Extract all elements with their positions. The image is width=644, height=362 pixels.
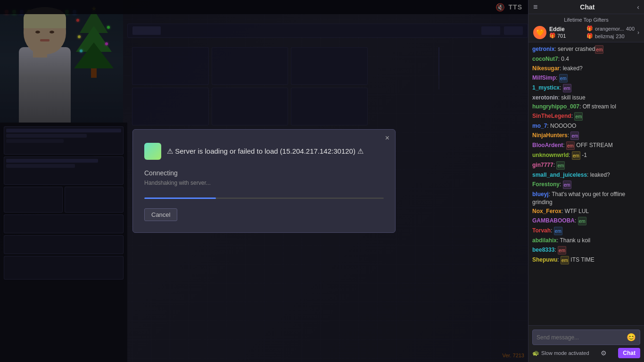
- chat-text: : server crashed: [554, 46, 595, 52]
- dialog-close-button[interactable]: ×: [385, 134, 389, 142]
- chat-message: cocoNut7: 0.4: [532, 55, 640, 63]
- chat-username[interactable]: xerotonin: [532, 94, 558, 101]
- chat-username[interactable]: GAMBABOOBA: [532, 217, 575, 224]
- connecting-label: Connecting: [144, 169, 384, 177]
- chat-emote: em: [595, 45, 603, 54]
- top-gifter-info: Eddie 🎁 701: [549, 26, 584, 39]
- connection-dialog: × ⚠ Server is loading or failed to load …: [132, 129, 396, 233]
- chat-username[interactable]: Nox_Ferox: [532, 208, 561, 214]
- chat-menu-icon[interactable]: ≡: [533, 3, 537, 11]
- gifters-chevron[interactable]: ›: [637, 29, 639, 36]
- chat-username[interactable]: cocoNut7: [532, 56, 558, 62]
- chat-username[interactable]: blueyj: [532, 191, 549, 197]
- chat-username[interactable]: bee8333: [532, 247, 554, 253]
- chat-username[interactable]: getronix: [532, 46, 554, 52]
- chat-text: :: [553, 162, 557, 168]
- chat-username[interactable]: 1_mysticx: [532, 84, 560, 91]
- chat-message: abdilahix: Thank u koil: [532, 237, 640, 245]
- top-gifter-count: 🎁 701: [549, 33, 584, 39]
- chat-text: :: [575, 217, 578, 224]
- chat-input-box: 😊: [532, 329, 640, 345]
- chat-text: : skill issue: [558, 94, 586, 101]
- chat-username[interactable]: Forestony: [532, 181, 560, 188]
- chat-message: gin7777: em: [532, 161, 640, 170]
- emote-picker-icon[interactable]: 😊: [627, 333, 636, 342]
- chat-message-input[interactable]: [537, 334, 624, 341]
- chat-username[interactable]: small_and_juiceless: [532, 172, 587, 178]
- dialog-header: ⚠ Server is loading or failed to load (1…: [144, 143, 384, 160]
- chat-username[interactable]: abdilahix: [532, 237, 557, 244]
- chat-username[interactable]: unknownwrld: [532, 152, 569, 158]
- chat-extra-text: -1: [582, 152, 587, 158]
- chat-username[interactable]: hungryhippo_007: [532, 103, 579, 110]
- chat-panel: ≡ Chat ‹ Lifetime Top Gifters 🧡 Eddie 🎁 …: [528, 0, 644, 362]
- chat-message: hungryhippo_007: Off stream lol: [532, 103, 640, 111]
- other-gifter-2: 🎁 belizmaj 230: [586, 33, 635, 39]
- other-gifter-name-1: orangemor...: [595, 26, 624, 32]
- dialog-title: ⚠ Server is loading or failed to load (1…: [167, 147, 363, 156]
- chat-settings-icon[interactable]: ⚙: [601, 349, 607, 357]
- chat-username[interactable]: mo_7: [532, 123, 547, 129]
- chat-message: small_and_juiceless: leaked?: [532, 171, 640, 179]
- chat-message: unknownwrld: em -1: [532, 151, 640, 160]
- chat-username[interactable]: NinjaHunters: [532, 132, 568, 139]
- chat-text: : 0.4: [558, 56, 569, 62]
- other-gifters-list: 🎁 orangemor... 400 🎁 belizmaj 230: [586, 25, 635, 39]
- chat-username[interactable]: Torvah: [532, 227, 551, 234]
- chat-title: Chat: [541, 3, 633, 11]
- chat-collapse-icon[interactable]: ‹: [637, 3, 639, 11]
- chat-message: Forestony: em: [532, 181, 640, 189]
- other-gifter-name-2: belizmaj: [595, 33, 614, 39]
- chat-message: GAMBABOOBA: em: [532, 217, 640, 225]
- chat-text: :: [551, 227, 554, 234]
- gift-icon-3: 🎁: [586, 33, 593, 39]
- chat-username[interactable]: BlooArdent: [532, 142, 563, 148]
- chat-message: blueyj: That's what you get for offline …: [532, 190, 640, 206]
- dialog-status-section: Connecting Handshaking with server...: [144, 169, 384, 186]
- other-gifter-1: 🎁 orangemor... 400: [586, 25, 635, 32]
- chat-emote: em: [578, 217, 586, 225]
- chat-text: :: [560, 181, 563, 188]
- chat-username[interactable]: MilfSimp: [532, 74, 556, 81]
- chat-input-area: 😊 🐢 Slow mode activated ⚙ Chat: [528, 325, 644, 362]
- chat-message: MilfSimp: em: [532, 74, 640, 82]
- chat-emote: em: [558, 246, 566, 255]
- chat-message: SinTheLegend: em: [532, 112, 640, 121]
- chat-username[interactable]: gin7777: [532, 162, 553, 168]
- chat-text: :: [554, 247, 558, 253]
- chat-message: Torvah: em: [532, 227, 640, 235]
- handshake-label: Handshaking with server...: [144, 180, 384, 186]
- chat-username[interactable]: Nikesugar: [532, 65, 560, 72]
- chat-message: Nikesugar: leaked?: [532, 65, 640, 73]
- progress-bar-bg: [144, 197, 384, 199]
- server-icon: [144, 143, 161, 160]
- top-gifter-avatar: 🧡: [533, 26, 546, 39]
- chat-emote: em: [572, 151, 580, 160]
- chat-message: Shepuwu: em ITS TIME: [532, 256, 640, 264]
- chat-text: :: [569, 152, 572, 158]
- chat-text: :: [560, 84, 563, 91]
- chat-text: : NOOOOO: [547, 123, 576, 129]
- chat-text: : Off stream lol: [579, 103, 616, 110]
- chat-username[interactable]: SinTheLegend: [532, 113, 571, 119]
- chat-username[interactable]: Shepuwu: [532, 256, 557, 263]
- chat-send-button[interactable]: Chat: [618, 348, 640, 358]
- chat-emote: em: [559, 74, 568, 82]
- main-game-area: 🔇 TTS: [0, 0, 528, 362]
- chat-extra-text: ITS TIME: [570, 256, 594, 263]
- chat-message: NinjaHunters: em: [532, 132, 640, 140]
- chat-text: : WTF LUL: [561, 208, 589, 214]
- chat-emote: em: [574, 112, 583, 121]
- other-gifter-count-1: 400: [626, 26, 635, 32]
- other-gifter-count-2: 230: [616, 33, 624, 39]
- chat-emote: em: [563, 181, 571, 189]
- chat-text: :: [556, 74, 559, 81]
- gift-icon: 🎁: [549, 33, 556, 39]
- chat-emote: em: [554, 227, 562, 235]
- chat-text: :: [563, 142, 566, 148]
- chat-emote: em: [556, 161, 565, 170]
- chat-emote: em: [561, 256, 569, 264]
- cancel-button[interactable]: Cancel: [144, 208, 177, 221]
- chat-header: ≡ Chat ‹: [528, 0, 644, 14]
- chat-messages-list: getronix: server crashedemcocoNut7: 0.4N…: [528, 42, 644, 325]
